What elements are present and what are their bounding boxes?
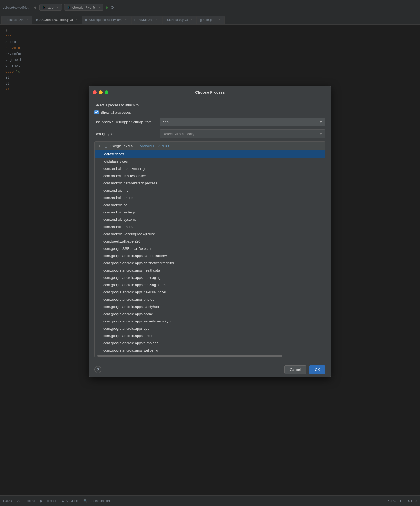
- debug-type-row: Debug Type: Detect Automatically: [94, 129, 326, 138]
- debug-type-select[interactable]: Detect Automatically: [160, 129, 326, 138]
- process-item[interactable]: com.google.android.apps.turbo:aab: [95, 339, 325, 347]
- process-item[interactable]: com.android.settings: [95, 209, 325, 216]
- process-item[interactable]: com.google.android.apps.nexuslauncher: [95, 289, 325, 296]
- choose-process-dialog: Choose Process Select a process to attac…: [89, 86, 331, 377]
- minimize-button[interactable]: [99, 90, 103, 94]
- help-button[interactable]: ?: [94, 366, 102, 373]
- show-all-label: Show all processes: [101, 110, 131, 114]
- phone-icon: [104, 144, 108, 148]
- process-item[interactable]: com.android.hbmsvmanager: [95, 165, 325, 172]
- process-item[interactable]: com.android.se: [95, 201, 325, 209]
- process-item[interactable]: com.google.android.apps.tips: [95, 325, 325, 332]
- process-item[interactable]: com.google.android.apps.cbrsnetworkmonit…: [95, 259, 325, 267]
- dialog-body: Select a process to attach to: Show all …: [89, 99, 331, 362]
- process-item[interactable]: com.google.android.apps.messaging:rcs: [95, 281, 325, 289]
- ok-button[interactable]: OK: [309, 365, 326, 374]
- device-header: ▼ Google Pixel 5 Android 13, API 33: [95, 142, 325, 150]
- dialog-overlay: Choose Process Select a process to attac…: [0, 0, 420, 506]
- dialog-titlebar: Choose Process: [89, 86, 331, 99]
- show-all-row: Show all processes: [94, 110, 326, 114]
- process-item[interactable]: com.google.android.apps.turbo: [95, 332, 325, 339]
- process-item[interactable]: .dataservices: [95, 150, 325, 158]
- svg-rect-1: [106, 147, 106, 147]
- process-item[interactable]: com.breel.wallpapers20: [95, 238, 325, 245]
- cancel-button[interactable]: Cancel: [284, 365, 306, 374]
- process-item[interactable]: .qtidataservices: [95, 158, 325, 165]
- process-item[interactable]: com.google.android.apps.healthdata: [95, 267, 325, 274]
- device-api: Android 13, API 33: [139, 144, 169, 148]
- maximize-button[interactable]: [105, 90, 108, 94]
- debugger-settings-select[interactable]: app: [160, 118, 326, 126]
- window-buttons: [93, 90, 108, 94]
- process-item[interactable]: com.google.android.apps.photos: [95, 296, 325, 303]
- ide-background: beforeHookedMeth ◀ 📱 app ▼ 📱 Google Pixe…: [0, 0, 420, 506]
- process-item[interactable]: com.android.systemui: [95, 216, 325, 223]
- debug-type-label: Debug Type:: [94, 132, 156, 136]
- process-item[interactable]: com.android.traceur: [95, 223, 325, 230]
- scrollbar-thumb: [97, 355, 282, 357]
- device-name: Google Pixel 5: [110, 144, 133, 148]
- footer-buttons: Cancel OK: [284, 365, 326, 374]
- process-item[interactable]: com.android.vending:background: [95, 230, 325, 238]
- debugger-settings-row: Use Android Debugger Settings from: app: [94, 118, 326, 126]
- debugger-settings-label: Use Android Debugger Settings from:: [94, 120, 156, 124]
- show-all-checkbox[interactable]: [94, 110, 99, 114]
- process-item[interactable]: com.google.android.apps.carrier.carrierw…: [95, 252, 325, 259]
- dialog-title: Choose Process: [195, 90, 225, 94]
- process-item[interactable]: com.android.ims.rcsservice: [95, 172, 325, 180]
- close-button[interactable]: [93, 90, 97, 94]
- process-item[interactable]: com.google.android.apps.wellbeing: [95, 347, 325, 354]
- process-item[interactable]: com.android.networkstack.process: [95, 180, 325, 187]
- process-item[interactable]: com.google.android.apps.safetyhub: [95, 303, 325, 310]
- process-item[interactable]: com.google.android.apps.security.securit…: [95, 318, 325, 325]
- collapse-icon[interactable]: ▼: [98, 145, 101, 147]
- dialog-footer: ? Cancel OK: [89, 362, 331, 377]
- process-item[interactable]: com.google.android.apps.scone: [95, 310, 325, 318]
- process-list[interactable]: .dataservices.qtidataservicescom.android…: [95, 150, 325, 354]
- process-item[interactable]: com.google.android.apps.messaging: [95, 274, 325, 281]
- process-item[interactable]: com.android.phone: [95, 194, 325, 201]
- select-process-label: Select a process to attach to:: [94, 103, 326, 107]
- horizontal-scrollbar[interactable]: [95, 354, 325, 357]
- process-item[interactable]: com.android.nfc: [95, 187, 325, 194]
- process-list-container: ▼ Google Pixel 5 Android 13, API 33 .dat…: [94, 141, 326, 357]
- process-item[interactable]: com.google.SSRestartDetector: [95, 245, 325, 252]
